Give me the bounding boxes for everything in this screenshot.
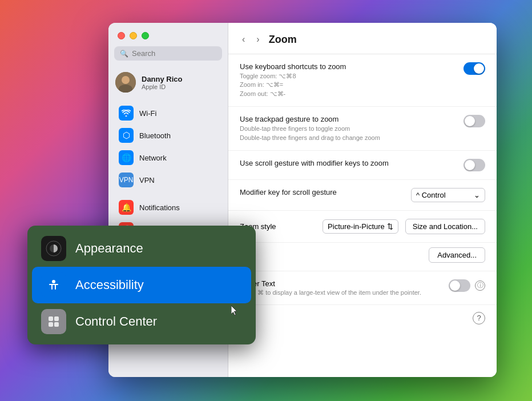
sidebar-label-vpn: VPN	[139, 176, 155, 185]
svg-point-6	[52, 280, 55, 283]
traffic-lights	[108, 32, 228, 46]
sidebar-label-notifications: Notifications	[139, 203, 180, 212]
hover-text-toggle[interactable]	[449, 279, 470, 292]
back-button[interactable]: ‹	[240, 32, 247, 47]
modifier-key-control: ^ Control ⌄	[411, 188, 485, 202]
popup-item-appearance[interactable]: Appearance	[32, 230, 251, 267]
wifi-icon	[119, 106, 134, 121]
sidebar-item-notifications[interactable]: 🔔 Notifications	[112, 197, 224, 218]
sidebar-item-bluetooth[interactable]: ⬡ Bluetooth	[112, 125, 224, 146]
user-subtitle: Apple ID	[142, 83, 183, 90]
sidebar-label-network: Network	[139, 154, 167, 162]
zoom-style-dropdown[interactable]: Picture-in-Picture ⇅	[323, 219, 398, 234]
user-name: Danny Rico	[142, 75, 183, 83]
search-input[interactable]	[132, 49, 216, 58]
zoom-style-row: Zoom style Picture-in-Picture ⇅ Size and…	[228, 211, 497, 243]
appearance-popup-icon	[41, 236, 66, 261]
sidebar-label-wifi: Wi-Fi	[139, 109, 156, 118]
keyboard-shortcuts-toggle[interactable]	[464, 62, 485, 75]
popup-item-control-center[interactable]: Control Center	[32, 303, 251, 340]
keyboard-shortcuts-sub: Toggle zoom: ⌥⌘8Zoom in: ⌥⌘=Zoom out: ⌥⌘…	[240, 72, 464, 98]
user-info: Danny Rico Apple ID	[142, 75, 183, 90]
svg-point-1	[122, 76, 130, 84]
sidebar-item-wifi[interactable]: Wi-Fi	[112, 102, 224, 124]
sidebar-item-vpn[interactable]: VPN VPN	[112, 169, 224, 191]
control-center-popup-icon	[41, 309, 66, 334]
keyboard-shortcuts-label: Use keyboard shortcuts to zoom Toggle zo…	[240, 62, 464, 98]
notifications-icon: 🔔	[119, 200, 134, 215]
network-icon: 🌐	[119, 150, 134, 165]
help-row: ?	[228, 305, 497, 331]
scroll-gesture-control	[464, 159, 485, 171]
svg-rect-7	[46, 314, 62, 330]
sidebar-section-network: Wi-Fi ⬡ Bluetooth 🌐 Network VPN VPN	[108, 99, 228, 194]
keyboard-shortcuts-row: Use keyboard shortcuts to zoom Toggle zo…	[228, 54, 497, 107]
zoom-popup: Appearance Accessibility Control Center	[27, 226, 256, 344]
hover-text-info-button[interactable]: ⓘ	[475, 280, 485, 291]
trackpad-gesture-control	[464, 115, 485, 127]
advanced-row: Advanced...	[228, 243, 497, 271]
modifier-key-label: Modifier key for scroll gesture	[240, 188, 411, 198]
search-icon: 🔍	[120, 50, 128, 58]
page-title: Zoom	[269, 34, 297, 46]
bluetooth-icon: ⬡	[119, 128, 134, 143]
modifier-key-dropdown[interactable]: ^ Control ⌄	[411, 188, 485, 202]
modifier-key-main: Modifier key for scroll gesture	[240, 188, 411, 197]
hover-text-label-container: Hover Text Press ⌘ to display a large-te…	[240, 279, 442, 296]
svg-rect-9	[54, 316, 59, 321]
modifier-key-value: ^ Control	[416, 191, 446, 199]
help-button[interactable]: ?	[473, 312, 485, 324]
main-content: ‹ › Zoom Use keyboard shortcuts to zoom …	[228, 23, 497, 377]
sidebar-item-network[interactable]: 🌐 Network	[112, 147, 224, 169]
svg-rect-11	[54, 322, 59, 327]
svg-rect-10	[49, 322, 53, 327]
user-profile[interactable]: Danny Rico Apple ID	[108, 67, 228, 99]
scroll-gesture-main: Use scroll gesture with modifier keys to…	[240, 159, 464, 167]
dropdown-chevron-icon: ⌄	[474, 191, 480, 199]
close-button[interactable]	[118, 32, 125, 39]
accessibility-popup-icon	[41, 272, 66, 298]
hover-text-row: Hover Text Press ⌘ to display a large-te…	[228, 271, 497, 305]
zoom-style-arrows-icon: ⇅	[387, 222, 393, 231]
modifier-key-row: Modifier key for scroll gesture ^ Contro…	[228, 180, 497, 211]
content-header: ‹ › Zoom	[228, 23, 497, 54]
sidebar-label-bluetooth: Bluetooth	[139, 131, 171, 140]
advanced-button[interactable]: Advanced...	[429, 247, 485, 263]
trackpad-gesture-label: Use trackpad gesture to zoom Double-tap …	[240, 115, 464, 142]
hover-text-sub: Press ⌘ to display a large-text view of …	[240, 289, 442, 296]
scroll-gesture-label: Use scroll gesture with modifier keys to…	[240, 159, 464, 169]
svg-rect-8	[49, 316, 53, 321]
size-location-button[interactable]: Size and Location...	[405, 219, 485, 234]
scroll-gesture-toggle[interactable]	[464, 159, 485, 171]
popup-item-accessibility[interactable]: Accessibility	[32, 267, 251, 303]
vpn-icon: VPN	[119, 173, 134, 187]
trackpad-gesture-main: Use trackpad gesture to zoom	[240, 115, 464, 123]
trackpad-gesture-row: Use trackpad gesture to zoom Double-tap …	[228, 107, 497, 151]
keyboard-shortcuts-control	[464, 62, 485, 75]
trackpad-gesture-sub: Double-tap three fingers to toggle zoomD…	[240, 125, 464, 142]
accessibility-label: Accessibility	[75, 278, 144, 292]
forward-button[interactable]: ›	[254, 32, 261, 47]
control-center-label: Control Center	[75, 314, 157, 329]
zoom-style-value: Picture-in-Picture	[328, 222, 385, 231]
minimize-button[interactable]	[130, 32, 137, 39]
scroll-gesture-row: Use scroll gesture with modifier keys to…	[228, 151, 497, 180]
maximize-button[interactable]	[142, 32, 149, 39]
trackpad-gesture-toggle[interactable]	[464, 115, 485, 127]
search-box[interactable]: 🔍	[114, 46, 222, 61]
hover-text-main: Hover Text	[240, 279, 442, 288]
avatar	[115, 72, 136, 93]
appearance-label: Appearance	[75, 241, 143, 256]
keyboard-shortcuts-main: Use keyboard shortcuts to zoom	[240, 62, 464, 71]
